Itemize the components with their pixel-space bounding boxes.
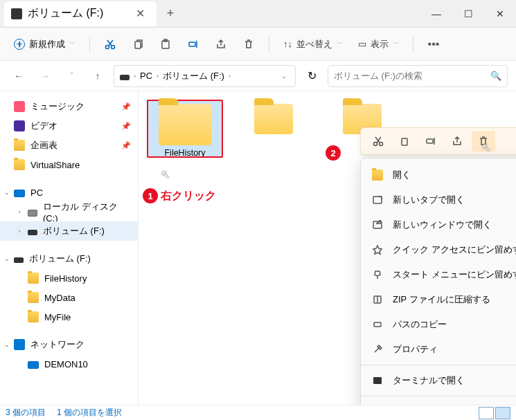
ctx-terminal[interactable]: ターミナルで開く (361, 368, 516, 393)
plus-circle-icon (14, 39, 25, 50)
content: FileHistory ↖ 1 右クリック 2 ↖ (139, 91, 516, 405)
folder-open-icon (372, 170, 383, 181)
sidebar-item-mydata[interactable]: MyData (0, 288, 138, 307)
view-list-button[interactable] (479, 407, 494, 419)
sidebar-item-label: VirtualShare (30, 160, 80, 170)
breadcrumb[interactable]: › PC › ボリューム (F:) › ⌄ (114, 65, 296, 87)
mini-cut-button[interactable] (366, 131, 390, 152)
tab-close-button[interactable]: ✕ (132, 6, 148, 22)
sidebar-item-drive-f[interactable]: ›ボリューム (F:) (0, 221, 138, 241)
forward-button[interactable]: → (35, 66, 55, 86)
ctx-label: プロパティ (393, 343, 438, 356)
ctx-zip[interactable]: ZIP ファイルに圧縮する (361, 287, 516, 312)
expand-icon[interactable]: › (15, 228, 24, 235)
badge-2: 2 (326, 145, 341, 161)
badge-1: 1 (143, 188, 158, 203)
minimize-button[interactable]: — (420, 0, 452, 28)
more-button[interactable]: ••• (422, 33, 445, 56)
expand-icon[interactable]: ⌄ (3, 189, 11, 196)
cursor-icon: ↖ (481, 140, 491, 155)
search-input[interactable] (334, 71, 486, 81)
ctx-label: ターミナルで開く (393, 374, 465, 387)
view-icons-button[interactable] (495, 407, 510, 419)
video-icon (14, 120, 25, 131)
maximize-button[interactable]: ☐ (452, 0, 484, 28)
back-button[interactable]: ← (8, 66, 29, 86)
toolbar: 新規作成 ﹀ ↑↓ 並べ替え ﹀ ▭ 表示 ﹀ ••• (0, 28, 516, 61)
ctx-label: クイック アクセスにピン留めする (393, 244, 516, 256)
sidebar-item-filehistory[interactable]: FileHistory (0, 268, 138, 288)
svg-point-0 (106, 45, 109, 48)
sort-button[interactable]: ↑↓ 並べ替え ﹀ (278, 35, 348, 53)
window-controls: — ☐ ✕ (420, 0, 516, 28)
sidebar-item-music[interactable]: ミュージック📌 (0, 97, 138, 116)
breadcrumb-item[interactable]: PC (140, 71, 152, 81)
close-button[interactable]: ✕ (484, 0, 516, 28)
folder-icon (14, 159, 25, 170)
new-button[interactable]: 新規作成 ﹀ (8, 35, 81, 53)
paste-button[interactable] (154, 33, 177, 56)
refresh-button[interactable]: ↻ (301, 66, 322, 86)
svg-rect-13 (374, 322, 381, 327)
ctx-pin-start[interactable]: スタート メニューにピン留めする (361, 262, 516, 287)
main: ミュージック📌 ビデオ📌 企画表📌 VirtualShare ⌄PC ›ローカル… (0, 91, 516, 405)
sidebar-item-plan[interactable]: 企画表📌 (0, 136, 138, 155)
ctx-open[interactable]: 開くEnter (361, 163, 516, 188)
ctx-label: ZIP ファイルに圧縮する (393, 293, 490, 306)
up-button[interactable]: ↑ (87, 66, 108, 86)
callout-2: 2 (326, 145, 341, 161)
delete-button[interactable] (237, 33, 260, 56)
sidebar-item-demon10[interactable]: DEMON10 (0, 354, 138, 374)
search-icon[interactable]: 🔍 (490, 71, 501, 81)
volume-icon (28, 230, 37, 235)
expand-icon[interactable]: ⌄ (3, 341, 11, 348)
expand-icon[interactable]: › (15, 208, 24, 215)
volume-icon (14, 257, 24, 263)
search-box[interactable]: 🔍 (328, 65, 508, 87)
sidebar-item-virtualshare[interactable]: VirtualShare (0, 155, 138, 174)
tab-title: ボリューム (F:) (28, 6, 103, 21)
mini-share-button[interactable] (445, 131, 469, 152)
recent-button[interactable]: ˅ (61, 66, 82, 86)
folder-icon (28, 311, 39, 322)
sort-label: 並べ替え (296, 38, 332, 51)
ctx-new-tab[interactable]: 新しいタブで開く (361, 188, 516, 212)
ctx-copy-path[interactable]: パスのコピーCtrl+Shift+C (361, 312, 516, 337)
sidebar-item-volume-f[interactable]: ⌄ボリューム (F:) (0, 249, 138, 268)
sidebar-item-pc[interactable]: ⌄PC (0, 183, 138, 202)
sidebar-item-video[interactable]: ビデオ📌 (0, 116, 138, 136)
network-icon (14, 339, 25, 350)
sidebar-item-myfile[interactable]: MyFile (0, 307, 138, 327)
sort-icon: ↑↓ (283, 39, 292, 49)
new-tab-button[interactable]: + (162, 6, 179, 22)
context-menu: 開くEnter 新しいタブで開く 新しいウィンドウで開く クイック アクセスにピ… (360, 158, 516, 420)
music-icon (14, 101, 25, 112)
mini-rename-button[interactable] (419, 131, 443, 152)
folder-icon (14, 140, 25, 151)
mini-copy-button[interactable] (393, 131, 416, 152)
view-button[interactable]: ▭ 表示 ﹀ (353, 35, 404, 53)
ctx-properties[interactable]: プロパティAlt+Enter (361, 337, 516, 362)
titlebar: ボリューム (F:) ✕ + — ☐ ✕ (0, 0, 516, 28)
sidebar-item-label: ビデオ (30, 120, 57, 132)
breadcrumb-item[interactable]: ボリューム (F:) (163, 70, 224, 82)
tab-active[interactable]: ボリューム (F:) ✕ (4, 1, 157, 26)
ctx-pin-quick[interactable]: クイック アクセスにピン留めする (361, 237, 516, 262)
share-button[interactable] (209, 33, 233, 56)
sidebar-item-drive-c[interactable]: ›ローカル ディスク (C:) (0, 202, 138, 221)
sidebar-item-label: ボリューム (F:) (29, 253, 91, 265)
folder-item[interactable] (235, 100, 312, 158)
rename-button[interactable] (181, 33, 205, 56)
folder-filehistory[interactable]: FileHistory ↖ (147, 100, 223, 158)
chevron-down-icon[interactable]: ⌄ (281, 73, 287, 80)
pin-icon: 📌 (121, 102, 131, 111)
ctx-new-window[interactable]: 新しいウィンドウで開く (361, 212, 516, 237)
mini-delete-button[interactable]: ↖ (472, 131, 495, 152)
navbar: ← → ˅ ↑ › PC › ボリューム (F:) › ⌄ ↻ 🔍 (0, 61, 516, 91)
copy-button[interactable] (126, 33, 150, 56)
sidebar-item-network[interactable]: ⌄ネットワーク (0, 335, 138, 354)
cut-button[interactable] (98, 33, 122, 56)
expand-icon[interactable]: ⌄ (3, 255, 11, 262)
folder-icon (28, 292, 39, 303)
svg-rect-2 (135, 42, 141, 48)
